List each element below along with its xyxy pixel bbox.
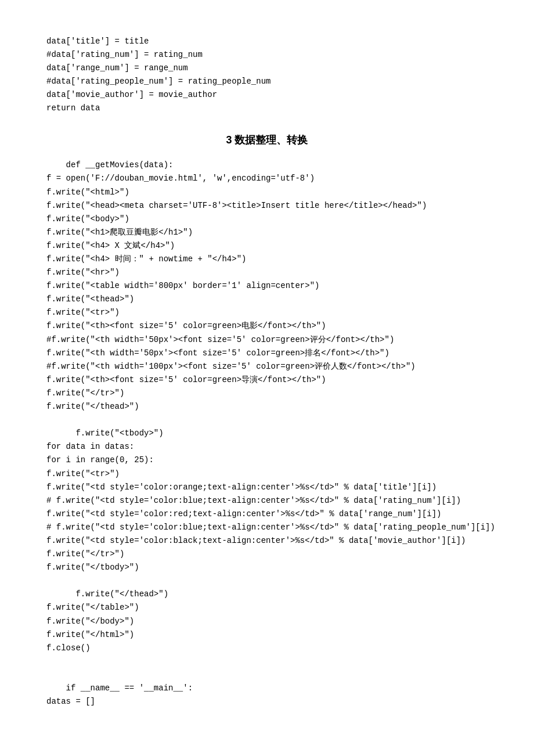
code-line: f.write("</table>") bbox=[46, 601, 488, 614]
code-line bbox=[46, 668, 488, 682]
code-line: f.write("<h4> X 文斌</h4>") bbox=[46, 239, 488, 253]
code-line: f.write("<thead>") bbox=[46, 293, 488, 306]
code-line: f = open('F://douban_movie.html', 'w',en… bbox=[46, 172, 488, 185]
code-line: f.write("</tr>") bbox=[46, 548, 488, 561]
section-heading: 3 数据整理、转换 bbox=[46, 132, 488, 149]
code-line: datas = [] bbox=[46, 695, 488, 708]
code-line: f.write("<th width='50px'><font size='5'… bbox=[46, 347, 488, 360]
code-line: f.write("<td style='color:black;text-ali… bbox=[46, 534, 488, 548]
code-line: f.write("<td style='color:orange;text-al… bbox=[46, 481, 488, 494]
code-block-1: data['title'] = title #data['rating_num'… bbox=[46, 35, 488, 116]
code-line bbox=[46, 574, 488, 588]
code-line: f.write("<th><font size='5' color=green>… bbox=[46, 373, 488, 387]
code-line bbox=[46, 655, 488, 668]
code-line: data['movie_author'] = movie_author bbox=[46, 88, 488, 102]
code-line: f.write("<td style='color:red;text-align… bbox=[46, 507, 488, 521]
code-line: f.write("</tr>") bbox=[46, 387, 488, 400]
code-line: f.write("<table width='800px' border='1'… bbox=[46, 279, 488, 293]
code-line: # f.write("<td style='color:blue;text-al… bbox=[46, 494, 488, 507]
code-line: f.write("<html>") bbox=[46, 186, 488, 199]
code-line: f.write("</body>") bbox=[46, 615, 488, 628]
code-line: f.write("</html>") bbox=[46, 628, 488, 642]
code-line: f.write("<head><meta charset='UTF-8'><ti… bbox=[46, 199, 488, 213]
code-line: def __getMovies(data): bbox=[46, 159, 488, 172]
code-line: f.write("<tr>") bbox=[46, 467, 488, 481]
code-line: #data['rating_num'] = rating_num bbox=[46, 48, 488, 62]
code-line: data['title'] = title bbox=[46, 35, 488, 48]
code-line: data['range_num'] = range_num bbox=[46, 62, 488, 75]
code-line: #f.write("<th width='50px'><font size='5… bbox=[46, 333, 488, 347]
code-line: f.write("<tr>") bbox=[46, 306, 488, 319]
code-line: f.close() bbox=[46, 642, 488, 655]
code-line bbox=[46, 413, 488, 427]
code-line: f.write("</thead>") bbox=[46, 400, 488, 413]
code-line: #data['rating_people_num'] = rating_peop… bbox=[46, 75, 488, 88]
code-line: f.write("</tbody>") bbox=[46, 561, 488, 574]
code-line: return data bbox=[46, 102, 488, 115]
code-line: f.write("<h4> 时间：" + nowtime + "</h4>") bbox=[46, 253, 488, 266]
code-line: f.write("<hr>") bbox=[46, 266, 488, 279]
code-line: for data in datas: bbox=[46, 440, 488, 453]
code-line: f.write("<body>") bbox=[46, 213, 488, 226]
page-content: data['title'] = title #data['rating_num'… bbox=[46, 35, 488, 708]
code-block-2: def __getMovies(data): f = open('F://dou… bbox=[46, 159, 488, 708]
code-line: #f.write("<th width='100px'><font size='… bbox=[46, 360, 488, 373]
code-line: # f.write("<td style='color:blue;text-al… bbox=[46, 521, 488, 534]
code-line: f.write("</thead>") bbox=[46, 588, 488, 601]
code-line: f.write("<th><font size='5' color=green>… bbox=[46, 319, 488, 333]
code-line: for i in range(0, 25): bbox=[46, 453, 488, 467]
code-line: if __name__ == '__main__': bbox=[46, 682, 488, 695]
code-line: f.write("<tbody>") bbox=[46, 427, 488, 440]
code-line: f.write("<h1>爬取豆瓣电影</h1>") bbox=[46, 226, 488, 239]
